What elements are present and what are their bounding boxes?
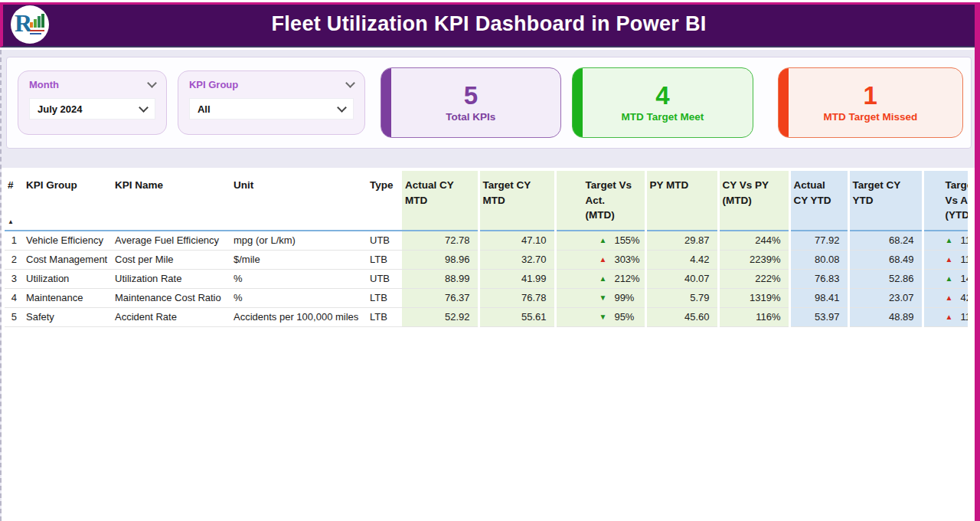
col-header-group[interactable]: KPI Group xyxy=(23,171,112,231)
up-arrow-icon: ▲ xyxy=(946,294,953,302)
up-arrow-icon: ▲ xyxy=(599,256,607,264)
cell-unit: % xyxy=(230,269,367,288)
cell-type: LTB xyxy=(367,307,402,326)
table-row[interactable]: 4MaintenanceMaintenance Cost Ratio%LTB76… xyxy=(5,288,968,307)
chevron-down-icon[interactable] xyxy=(337,103,347,113)
cell-name: Average Fuel Efficiency xyxy=(112,231,230,250)
table-header-row: #▲KPI GroupKPI NameUnitTypeActual CY MTD… xyxy=(5,171,968,231)
cell-target_mtd: 32.70 xyxy=(479,250,555,269)
cell-py_mtd: 45.60 xyxy=(645,307,718,326)
down-arrow-icon: ▼ xyxy=(599,294,607,302)
cell-group: Cost Management xyxy=(23,250,112,269)
variance-value: 427% xyxy=(960,292,968,303)
table-row[interactable]: 3UtilizationUtilization Rate%UTB88.9941.… xyxy=(5,269,968,288)
table-row[interactable]: 1Vehicle EfficiencyAverage Fuel Efficien… xyxy=(5,231,968,250)
cell-tva_mtd: ▼99% xyxy=(555,288,645,307)
card-mtd-target-meet: 4 MTD Target Meet xyxy=(572,67,753,138)
app-logo: R xyxy=(11,5,49,44)
up-arrow-icon: ▲ xyxy=(946,256,953,264)
up-arrow-icon: ▲ xyxy=(599,275,607,283)
cell-tva_ytd: ▲145% xyxy=(923,269,968,288)
col-header-cy_vs_py_mtd[interactable]: CY Vs PY (MTD) xyxy=(718,171,789,231)
col-header-py_mtd[interactable]: PY MTD xyxy=(645,171,718,231)
cell-tva_ytd: ▲427% xyxy=(923,288,968,307)
report-page: R Fleet Utilization KPI Dashboard in Pow… xyxy=(0,2,980,521)
cell-cy_vs_py_mtd: 244% xyxy=(718,231,789,250)
cell-py_mtd: 40.07 xyxy=(645,269,718,288)
cell-actual_mtd: 98.96 xyxy=(402,250,479,269)
kpi-group-dropdown[interactable]: All xyxy=(189,98,354,120)
table-row[interactable]: 2Cost ManagementCost per Mile$/mileLTB98… xyxy=(5,250,968,269)
cell-cy_vs_py_mtd: 116% xyxy=(718,307,789,326)
page-border-right xyxy=(975,2,980,521)
cell-actual_mtd: 52.92 xyxy=(402,307,479,326)
cell-num: 3 xyxy=(5,269,23,288)
mtd-target-meet-label: MTD Target Meet xyxy=(621,111,704,123)
page-border-top xyxy=(0,2,980,5)
cell-py_mtd: 5.79 xyxy=(645,288,718,307)
cell-tva_mtd: ▲155% xyxy=(555,231,645,250)
month-dropdown-value: July 2024 xyxy=(38,103,83,115)
cell-unit: Accidents per 100,000 miles xyxy=(230,307,367,326)
cell-actual_ytd: 77.92 xyxy=(789,231,848,250)
kpi-group-slicer[interactable]: KPI Group All xyxy=(178,70,365,135)
cell-actual_mtd: 76.37 xyxy=(402,288,479,307)
title-bar: R Fleet Utilization KPI Dashboard in Pow… xyxy=(0,2,975,48)
cell-tva_ytd: ▲114% xyxy=(923,231,968,250)
cell-unit: $/mile xyxy=(230,250,367,269)
variance-value: 117% xyxy=(960,254,968,265)
cell-target_ytd: 48.89 xyxy=(848,307,923,326)
variance-value: 95% xyxy=(614,311,634,323)
cell-unit: mpg (or L/km) xyxy=(230,231,367,250)
cell-py_mtd: 4.42 xyxy=(645,250,718,269)
col-header-num[interactable]: #▲ xyxy=(5,171,23,231)
col-header-type[interactable]: Type xyxy=(367,171,402,231)
cell-tva_mtd: ▼95% xyxy=(555,307,645,326)
sort-ascending-icon[interactable]: ▲ xyxy=(8,218,14,227)
cell-actual_ytd: 80.08 xyxy=(789,250,848,269)
table-row[interactable]: 5SafetyAccident RateAccidents per 100,00… xyxy=(5,307,968,326)
card-total-kpis: 5 Total KPIs xyxy=(381,67,562,138)
col-header-target_mtd[interactable]: Target CY MTD xyxy=(479,171,555,231)
cell-actual_ytd: 98.41 xyxy=(789,288,848,307)
up-arrow-icon: ▲ xyxy=(946,313,953,321)
cell-type: LTB xyxy=(367,250,402,269)
cell-type: UTB xyxy=(367,269,402,288)
cell-num: 4 xyxy=(5,288,23,307)
chevron-down-icon[interactable] xyxy=(345,78,355,88)
cell-target_mtd: 76.78 xyxy=(479,288,555,307)
col-header-actual_mtd[interactable]: Actual CY MTD xyxy=(402,171,479,231)
cell-tva_mtd: ▲303% xyxy=(555,250,645,269)
col-header-actual_ytd[interactable]: Actual CY YTD xyxy=(789,171,848,231)
month-dropdown[interactable]: July 2024 xyxy=(29,98,155,120)
mtd-target-missed-value: 1 xyxy=(864,83,877,110)
cell-group: Maintenance xyxy=(23,288,112,307)
kpi-group-slicer-label: KPI Group xyxy=(189,79,238,90)
col-header-target_ytd[interactable]: Target CY YTD xyxy=(848,171,923,231)
cell-name: Accident Rate xyxy=(112,307,230,326)
cell-target_ytd: 68.49 xyxy=(848,250,923,269)
col-header-name[interactable]: KPI Name xyxy=(112,171,230,231)
kpi-table: #▲KPI GroupKPI NameUnitTypeActual CY MTD… xyxy=(5,171,968,327)
variance-value: 114% xyxy=(960,234,968,246)
cell-tva_mtd: ▲212% xyxy=(555,269,645,288)
cell-target_mtd: 55.61 xyxy=(479,307,555,326)
cell-unit: % xyxy=(230,288,367,307)
kpi-table-visual: #▲KPI GroupKPI NameUnitTypeActual CY MTD… xyxy=(2,168,975,521)
variance-value: 303% xyxy=(614,254,639,265)
col-header-tva_ytd[interactable]: Target Vs Act. (YTD) xyxy=(923,171,968,231)
chevron-down-icon[interactable] xyxy=(147,78,157,88)
cell-type: LTB xyxy=(367,288,402,307)
month-slicer[interactable]: Month July 2024 xyxy=(18,70,167,135)
variance-value: 155% xyxy=(614,234,639,246)
chevron-down-icon[interactable] xyxy=(139,103,149,113)
col-header-unit[interactable]: Unit xyxy=(230,171,367,231)
up-arrow-icon: ▲ xyxy=(946,275,953,283)
col-header-tva_mtd[interactable]: Target Vs Act. (MTD) xyxy=(555,171,645,231)
cell-target_ytd: 52.86 xyxy=(848,269,923,288)
cell-num: 1 xyxy=(5,231,23,250)
cell-target_mtd: 47.10 xyxy=(479,231,555,250)
cell-tva_ytd: ▲110% xyxy=(923,307,968,326)
cell-cy_vs_py_mtd: 222% xyxy=(718,269,789,288)
filters-kpi-panel: Month July 2024 KPI Group All xyxy=(6,57,972,149)
